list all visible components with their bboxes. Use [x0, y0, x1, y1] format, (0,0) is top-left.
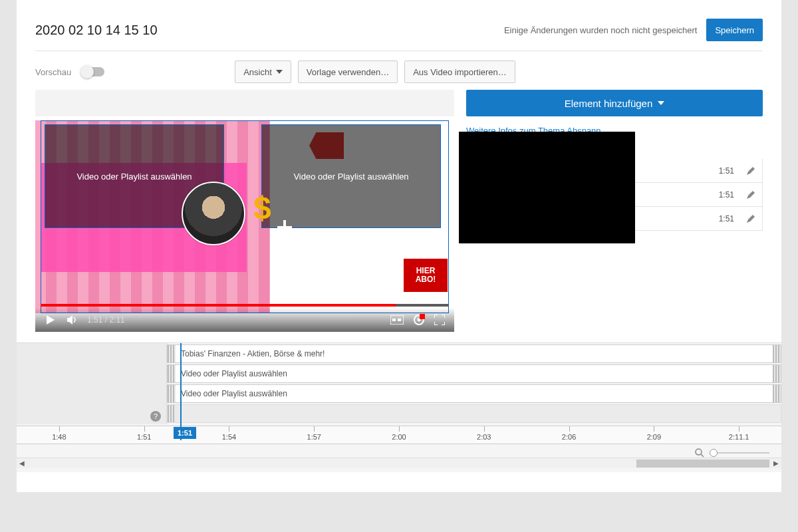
import-from-video-button[interactable]: Aus Video importieren… [404, 61, 515, 83]
scroll-right-icon[interactable]: ▶ [771, 458, 781, 469]
drag-handle-icon[interactable] [773, 345, 781, 362]
progress-bar[interactable] [41, 304, 449, 307]
time-display: 1:51 / 2:11 [87, 315, 125, 325]
page-title: 2020 02 10 14 15 10 [35, 23, 158, 38]
captions-icon[interactable] [390, 315, 404, 325]
zoom-slider-knob[interactable] [710, 449, 718, 457]
timeline-tracks: Tobias' Finanzen - Aktien, Börse & mehr!… [167, 343, 781, 424]
view-dropdown[interactable]: Ansicht [235, 61, 291, 83]
video-preview[interactable]: Video oder Playlist auswählen Video oder… [35, 90, 454, 332]
horizontal-scrollbar[interactable]: ◀ ▶ [17, 458, 781, 468]
element-time: 1:51 [714, 166, 739, 176]
video-card-label: Video oder Playlist auswählen [76, 172, 192, 182]
svg-line-7 [701, 454, 704, 457]
save-button[interactable]: Speichern [706, 19, 763, 41]
scrollbar-thumb[interactable] [636, 460, 769, 467]
unsaved-message: Einige Änderungen wurden noch nicht gesp… [504, 25, 698, 35]
track-label: Video oder Playlist auswählen [176, 369, 293, 378]
chevron-down-icon [276, 70, 283, 74]
drag-handle-icon[interactable] [773, 385, 781, 402]
timeline-track[interactable]: Video oder Playlist auswählen [167, 384, 781, 403]
subscribe-overlay: HIER ABO! [404, 259, 448, 292]
playhead[interactable] [180, 343, 182, 440]
drag-handle-icon[interactable] [773, 365, 781, 382]
edit-icon[interactable] [739, 160, 762, 182]
dollar-icon: $ [253, 190, 271, 226]
progress-played [41, 304, 396, 307]
edit-icon[interactable] [739, 184, 762, 206]
timeline-left-gutter: ? [17, 343, 167, 424]
toolbar: Vorschau Ansicht Vorlage verwenden… Aus … [35, 51, 763, 90]
track-label: Tobias' Finanzen - Aktien, Börse & mehr! [176, 349, 330, 358]
drag-handle-icon[interactable] [168, 385, 176, 402]
play-icon[interactable] [45, 314, 57, 326]
add-element-button[interactable]: Element hinzufügen [466, 90, 763, 116]
view-label: Ansicht [243, 67, 272, 77]
volume-icon[interactable] [66, 314, 78, 326]
channel-avatar[interactable] [182, 182, 245, 245]
endscreen-video-card-2[interactable]: Video oder Playlist auswählen [261, 124, 441, 228]
scroll-left-icon[interactable]: ◀ [17, 458, 27, 469]
playhead-time-badge[interactable]: 1:51 [174, 427, 196, 439]
drag-handle-icon[interactable] [168, 345, 176, 362]
preview-label: Vorschau [35, 67, 71, 77]
svg-rect-1 [392, 319, 396, 321]
svg-point-6 [696, 449, 702, 455]
settings-icon[interactable] [413, 314, 425, 326]
app-frame: 2020 02 10 14 15 10 Einige Änderungen wu… [17, 0, 781, 492]
redaction-overlay [459, 132, 635, 243]
preview-toggle[interactable] [82, 67, 104, 76]
timeline-subtrack[interactable] [167, 404, 781, 423]
timeline-track[interactable]: Tobias' Finanzen - Aktien, Börse & mehr! [167, 344, 781, 363]
player-controls: 1:51 / 2:11 [35, 308, 454, 332]
timeline: ? Tobias' Finanzen - Aktien, Börse & meh… [17, 342, 781, 472]
move-cursor-icon [277, 220, 292, 235]
drag-handle-icon[interactable] [168, 405, 176, 422]
main-area: Video oder Playlist auswählen Video oder… [35, 90, 763, 332]
timeline-track[interactable]: Video oder Playlist auswählen [167, 364, 781, 383]
element-time: 1:51 [714, 190, 739, 200]
element-time: 1:51 [714, 214, 739, 223]
svg-rect-2 [398, 319, 401, 321]
zoom-icon[interactable] [695, 448, 704, 458]
use-template-button[interactable]: Vorlage verwenden… [298, 61, 398, 83]
header: 2020 02 10 14 15 10 Einige Änderungen wu… [35, 0, 763, 51]
drag-handle-icon[interactable] [168, 365, 176, 382]
track-label: Video oder Playlist auswählen [176, 389, 293, 398]
zoom-slider[interactable] [710, 452, 769, 454]
help-icon[interactable]: ? [150, 411, 161, 422]
video-card-label: Video oder Playlist auswählen [293, 172, 408, 182]
edit-icon[interactable] [739, 207, 762, 230]
chevron-down-icon [658, 101, 664, 105]
fullscreen-icon[interactable] [434, 315, 445, 325]
time-ruler[interactable]: 1:48 1:51 1:54 1:57 2:00 2:03 2:06 2:09 … [17, 426, 781, 444]
svg-rect-5 [420, 314, 425, 319]
zoom-controls [17, 444, 781, 458]
